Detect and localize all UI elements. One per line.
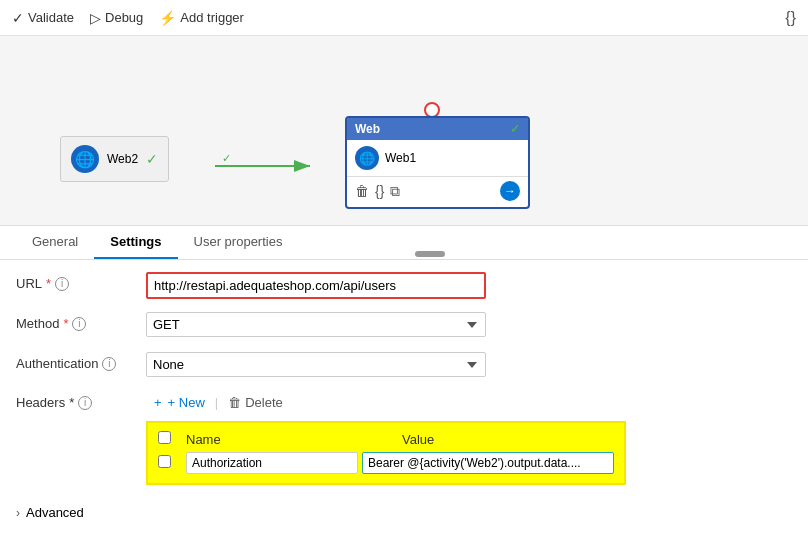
headers-info-icon[interactable]: i bbox=[78, 396, 92, 410]
method-required: * bbox=[63, 316, 68, 331]
node-web1-actions: 🗑 {} ⧉ → bbox=[347, 176, 528, 207]
header-value-input[interactable] bbox=[362, 452, 614, 474]
toolbar: ✓ Validate ▷ Debug ⚡ Add trigger {} bbox=[0, 0, 808, 36]
debug-icon: ▷ bbox=[90, 10, 101, 26]
url-label: URL * i bbox=[16, 272, 146, 291]
svg-text:✓: ✓ bbox=[222, 152, 231, 164]
thead-value: Value bbox=[402, 432, 614, 447]
node-web1-header: Web ✓ bbox=[347, 118, 528, 140]
headers-label-row: Headers * i + + New | 🗑 Delete bbox=[16, 392, 792, 413]
thead-check-col bbox=[158, 431, 182, 447]
thead-checkbox[interactable] bbox=[158, 431, 171, 444]
add-trigger-button[interactable]: ⚡ Add trigger bbox=[159, 10, 244, 26]
header-name-input[interactable] bbox=[186, 452, 358, 474]
validate-icon: ✓ bbox=[12, 10, 24, 26]
next-node-icon[interactable]: → bbox=[500, 181, 520, 201]
advanced-section[interactable]: › Advanced bbox=[0, 497, 808, 528]
method-label: Method * i bbox=[16, 312, 146, 331]
method-select[interactable]: GET POST PUT DELETE PATCH bbox=[146, 312, 486, 337]
url-input[interactable] bbox=[146, 272, 486, 299]
advanced-label: Advanced bbox=[26, 505, 84, 520]
node-web1[interactable]: Web ✓ 🌐 Web1 🗑 {} ⧉ → bbox=[345, 116, 530, 209]
web2-check-icon: ✓ bbox=[146, 151, 158, 167]
header-row-1 bbox=[154, 449, 618, 477]
row1-checkbox[interactable] bbox=[158, 455, 171, 468]
web1-sublabel: Web1 bbox=[385, 151, 416, 165]
copy-node-icon[interactable]: ⧉ bbox=[390, 183, 400, 200]
button-separator: | bbox=[215, 395, 218, 410]
form-section: URL * i Method * i GET POST PUT DELETE P… bbox=[0, 260, 808, 497]
node-web1-body: 🌐 Web1 bbox=[347, 140, 528, 176]
url-required: * bbox=[46, 276, 51, 291]
tabs-section: General Settings User properties bbox=[0, 226, 808, 260]
plus-icon: + bbox=[154, 395, 162, 410]
braces-button[interactable]: {} bbox=[785, 9, 796, 27]
web1-header-check: ✓ bbox=[510, 122, 520, 136]
auth-control: None Basic Bearer Token OAuth bbox=[146, 352, 792, 377]
trigger-icon: ⚡ bbox=[159, 10, 176, 26]
thead-name: Name bbox=[186, 432, 398, 447]
node-web2[interactable]: 🌐 Web2 ✓ bbox=[60, 136, 169, 182]
web1-globe-icon: 🌐 bbox=[355, 146, 379, 170]
auth-label: Authentication i bbox=[16, 352, 146, 371]
headers-table-wrapper: Name Value bbox=[146, 421, 626, 485]
debug-button[interactable]: ▷ Debug bbox=[90, 10, 143, 26]
row1-check-col bbox=[158, 455, 182, 471]
headers-table: Name Value bbox=[154, 429, 618, 477]
web2-globe-icon: 🌐 bbox=[71, 145, 99, 173]
web1-header-label: Web bbox=[355, 122, 380, 136]
new-header-button[interactable]: + + New bbox=[146, 392, 213, 413]
tab-user-properties[interactable]: User properties bbox=[178, 226, 299, 259]
url-row: URL * i bbox=[16, 272, 792, 300]
auth-row: Authentication i None Basic Bearer Token… bbox=[16, 352, 792, 380]
canvas-area: ✓ 🌐 Web2 ✓ Web ✓ 🌐 Web1 🗑 {} ⧉ → ✓ ✗ ✓ bbox=[0, 36, 808, 226]
validate-button[interactable]: ✓ Validate bbox=[12, 10, 74, 26]
url-control bbox=[146, 272, 792, 299]
code-node-icon[interactable]: {} bbox=[375, 183, 384, 199]
collapse-bar[interactable] bbox=[415, 251, 445, 257]
auth-select[interactable]: None Basic Bearer Token OAuth bbox=[146, 352, 486, 377]
web2-label: Web2 bbox=[107, 152, 138, 166]
method-info-icon[interactable]: i bbox=[72, 317, 86, 331]
tab-general[interactable]: General bbox=[16, 226, 94, 259]
headers-required: * bbox=[69, 395, 74, 410]
delete-header-button[interactable]: 🗑 Delete bbox=[220, 392, 291, 413]
tabs: General Settings User properties bbox=[16, 226, 792, 259]
headers-thead: Name Value bbox=[154, 429, 618, 449]
chevron-right-icon: › bbox=[16, 506, 20, 520]
tab-settings[interactable]: Settings bbox=[94, 226, 177, 259]
trash-icon: 🗑 bbox=[228, 395, 241, 410]
auth-info-icon[interactable]: i bbox=[102, 357, 116, 371]
method-row: Method * i GET POST PUT DELETE PATCH bbox=[16, 312, 792, 340]
delete-node-icon[interactable]: 🗑 bbox=[355, 183, 369, 199]
headers-label: Headers * i bbox=[16, 395, 146, 410]
method-control: GET POST PUT DELETE PATCH bbox=[146, 312, 792, 337]
url-info-icon[interactable]: i bbox=[55, 277, 69, 291]
